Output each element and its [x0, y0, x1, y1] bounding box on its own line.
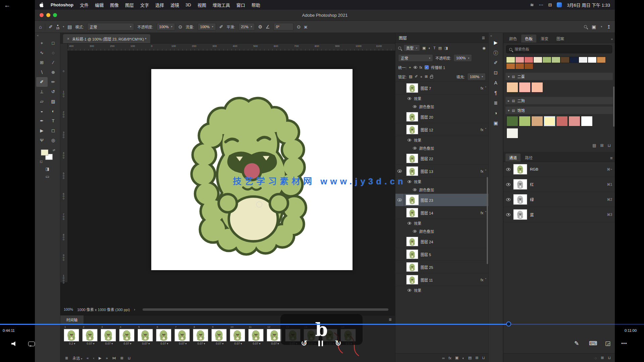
visibility-well[interactable]	[395, 123, 404, 136]
lock-paint-icon[interactable]: ✐	[415, 74, 418, 79]
layer-row[interactable]: 图层 7 fxˆ	[395, 82, 488, 95]
hand-tool-icon[interactable]: Ψ	[36, 135, 48, 145]
swatch[interactable]	[581, 116, 592, 126]
tab-paths[interactable]: 路径	[521, 154, 536, 162]
swatch[interactable]	[506, 63, 515, 69]
unify-style-icon[interactable]: fx	[420, 65, 423, 69]
layers-scrollbar[interactable]	[487, 177, 488, 264]
layer-name[interactable]: 图层 13	[421, 169, 433, 174]
frame-8[interactable]: 80.07 ▾	[193, 325, 210, 346]
minimize-window-button[interactable]	[46, 13, 50, 17]
effect-visibility-icon[interactable]	[413, 147, 417, 149]
group-expanded-icon[interactable]: ▾	[508, 109, 509, 112]
tween-button[interactable]: ⋈	[112, 356, 116, 360]
skip-back-button[interactable]: ↺10	[301, 339, 308, 347]
new-swatch-icon[interactable]: ⊞	[600, 143, 604, 148]
display-icon[interactable]: ⊟	[548, 2, 552, 7]
layer-filter-select[interactable]: 类型▾	[404, 45, 420, 51]
brush-angle-field[interactable]: 0°	[273, 23, 293, 31]
adjustments-panel-icon[interactable]: ◑	[491, 108, 500, 118]
unify-visibility-icon[interactable]	[414, 66, 417, 69]
frame-5[interactable]: 50.07 ▾	[138, 325, 154, 346]
wifi-icon[interactable]: ≋	[530, 2, 534, 7]
apple-icon[interactable]	[40, 2, 44, 7]
visibility-well[interactable]	[395, 152, 404, 165]
dodge-tool-icon[interactable]: ◐	[48, 106, 59, 116]
channel-row-red[interactable]: 红 ⌘1	[503, 177, 615, 192]
channel-visibility-icon[interactable]	[506, 183, 511, 186]
channel-row-green[interactable]: 绿 ⌘2	[503, 192, 615, 207]
gradient-tool-icon[interactable]: ▨	[48, 97, 59, 106]
keyboard-button[interactable]: ⌨	[589, 340, 597, 347]
layer-name[interactable]: 图层 24	[421, 239, 433, 244]
color-overlay-row[interactable]: 颜色叠加	[395, 144, 488, 152]
exit-fullscreen-button[interactable]: ◲	[605, 340, 610, 347]
back-button[interactable]: ←	[4, 2, 10, 9]
layer-row[interactable]: 图层 5	[395, 248, 488, 261]
brush-panel-toggle-icon[interactable]: ▤	[67, 24, 72, 29]
flow-select[interactable]: 100% ▾	[198, 23, 216, 31]
history-brush-tool-icon[interactable]: ↺	[48, 87, 59, 97]
swatch[interactable]	[507, 82, 518, 92]
channel-visibility-icon[interactable]	[506, 213, 511, 216]
document-tab[interactable]: × 未标题-1 @ 100% (图层 23, RGB/8*/CMYK) *	[63, 34, 150, 43]
zoom-tool-icon[interactable]: ◎	[48, 135, 59, 145]
gear-icon[interactable]: ⚙	[258, 24, 263, 29]
collapse-effects-icon[interactable]: ˆ	[485, 278, 486, 282]
lasso-tool-icon[interactable]: ∿	[36, 48, 48, 58]
swatch[interactable]	[552, 57, 560, 63]
swatch[interactable]	[507, 116, 518, 126]
path-select-tool-icon[interactable]: ▶	[36, 126, 48, 135]
collapse-tools-icon[interactable]: «	[35, 33, 41, 38]
menu-help[interactable]: 帮助	[252, 2, 260, 8]
swatches-panel-menu-icon[interactable]: »	[611, 37, 613, 41]
layer-name[interactable]: 图层 20	[421, 114, 433, 120]
smoothing-select[interactable]: 21% ▾	[238, 23, 255, 31]
tab-gradients[interactable]: 渐变	[537, 35, 552, 43]
loop-select[interactable]: 永远 ▾	[72, 355, 82, 361]
menu-3d[interactable]: 3D	[185, 2, 191, 7]
duplicate-frame-button[interactable]: ⊞	[120, 356, 123, 360]
menu-edit[interactable]: 编辑	[95, 2, 104, 8]
info-panel-icon[interactable]: ⓘ	[491, 48, 500, 58]
delete-frame-button[interactable]: ⊔	[128, 356, 131, 360]
link-layers-icon[interactable]: ∞	[442, 356, 445, 360]
layer-name[interactable]: 图层 22	[421, 156, 433, 161]
control-center-icon[interactable]: ⋯	[539, 2, 543, 7]
effect-visibility-icon[interactable]	[413, 105, 417, 108]
blur-tool-icon[interactable]: ◒	[36, 106, 48, 116]
unify-position-icon[interactable]: +	[409, 65, 411, 69]
menu-type[interactable]: 文字	[140, 2, 149, 8]
collapse-effects-icon[interactable]: ˆ	[485, 211, 486, 215]
effect-visibility-icon[interactable]	[408, 180, 411, 183]
swatch-group-ergou[interactable]: ▸ ▤ 二狗	[505, 97, 613, 104]
crop-tool-icon[interactable]: ⊞	[36, 58, 48, 67]
previous-frame-button[interactable]: ‹	[93, 356, 94, 360]
filter-toggle-icon[interactable]: ◉	[482, 46, 486, 50]
lock-move-icon[interactable]: +	[420, 75, 422, 79]
menu-file[interactable]: 文件	[80, 2, 89, 8]
visibility-well[interactable]	[395, 261, 404, 273]
app-icon[interactable]	[557, 2, 562, 7]
menu-image[interactable]: 图像	[110, 2, 119, 8]
fx-badge[interactable]: fx	[481, 86, 484, 90]
visibility-well[interactable]	[395, 111, 404, 123]
search-icon[interactable]	[584, 25, 587, 28]
swatch[interactable]	[516, 57, 524, 63]
visibility-well[interactable]	[395, 82, 404, 94]
brush-size-picker[interactable]: ● 15	[56, 24, 59, 30]
swatch[interactable]	[588, 57, 596, 63]
eyedropper-tool-icon[interactable]: ∖	[36, 67, 48, 77]
libraries-panel-icon[interactable]: ▣	[491, 118, 500, 128]
swatch-selected[interactable]	[544, 116, 555, 126]
color-overlay-row[interactable]: 颜色叠加	[395, 227, 488, 235]
channel-row-blue[interactable]: 蓝 ⌘3	[503, 207, 615, 222]
collapse-effects-icon[interactable]: ˆ	[485, 128, 486, 132]
layer-name[interactable]: 图层 7	[421, 85, 431, 91]
layers-panel-menu-icon[interactable]: ≣	[482, 36, 485, 40]
frame-7[interactable]: 70.07 ▾	[174, 325, 191, 346]
swatch[interactable]	[556, 116, 568, 126]
layer-row[interactable]: 图层 20	[395, 111, 488, 123]
swatch-group-erdan[interactable]: ▾ ▤ 二蛋	[505, 73, 613, 80]
color-overlay-row[interactable]: 颜色叠加	[395, 186, 488, 194]
